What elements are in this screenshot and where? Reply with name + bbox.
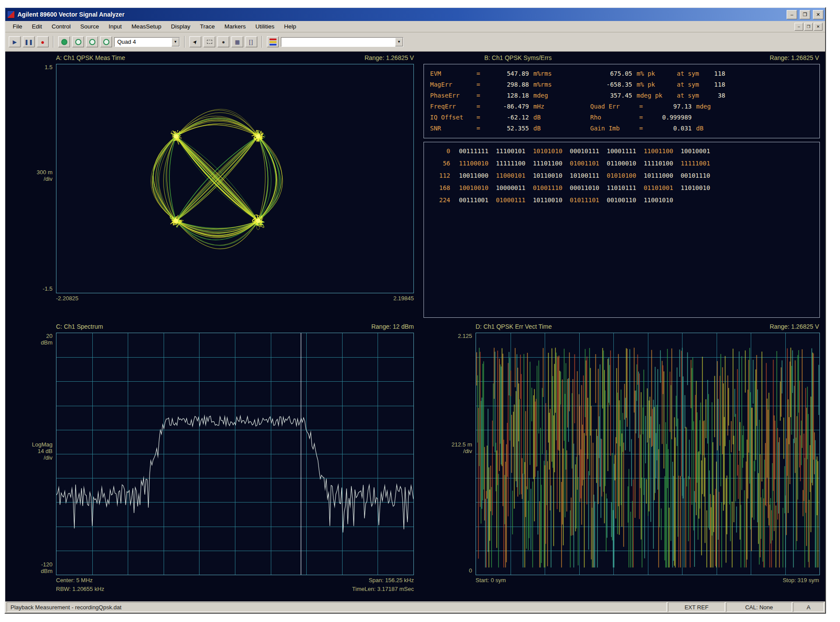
circle-indicator-button-1[interactable]	[58, 36, 70, 47]
app-window: Agilent 89600 Vector Signal Analyzer – ❐…	[4, 7, 826, 614]
pointer-tool-button[interactable]: ➤	[189, 36, 201, 47]
mdi-restore-button[interactable]: ❐	[804, 23, 813, 31]
panel-d-stop: Stop: 319 sym	[783, 577, 819, 583]
symbol-bits-group: 10010001	[681, 148, 710, 155]
window-title: Agilent 89600 Vector Signal Analyzer	[18, 11, 784, 18]
menu-control[interactable]: Control	[47, 21, 76, 32]
play-button[interactable]: ▶	[9, 36, 21, 47]
symbol-row-index: 168	[429, 184, 450, 191]
metric-row-magerr: MagErr=298.88m%rms-658.35m% pkat sym118	[430, 79, 813, 90]
symbol-bits-group: 00111001	[459, 197, 488, 204]
symbol-bits-group: 11110100	[644, 160, 673, 167]
menu-utilities[interactable]: Utilities	[251, 21, 280, 32]
metric-peak-unit: m% pk	[632, 70, 671, 77]
pause-button[interactable]: ❚❚	[23, 36, 35, 47]
symbol-bits-group: 11001100	[644, 148, 673, 155]
metric-right-label: Rho	[590, 114, 639, 121]
bars-icon: []	[249, 39, 254, 45]
symbol-table[interactable]: 0001111111110010110101010000101111000111…	[424, 142, 820, 318]
menu-markers[interactable]: Markers	[220, 21, 251, 32]
pause-icon: ❚❚	[24, 39, 33, 45]
panel-d-range: Range: 1.26825 V	[770, 323, 819, 330]
menu-file[interactable]: File	[8, 21, 27, 32]
maximize-button[interactable]: ❐	[800, 10, 810, 19]
metric-row-freqerr: FreqErr=-86.479mHzQuad Err=97.13mdeg	[430, 101, 813, 112]
menu-meassetup[interactable]: MeasSetup	[126, 21, 166, 32]
symbol-bits-group: 00010111	[570, 148, 599, 155]
panel-c-center: Center: 5 MHz	[56, 577, 93, 583]
symbol-bits-group: 10111000	[644, 172, 673, 179]
panel-d-start: Start: 0 sym	[476, 577, 506, 583]
status-message: Playback Measurement - recordingQpsk.dat	[7, 602, 667, 612]
symbol-bits-group: 11111100	[496, 160, 525, 167]
symbol-bits-group: 00111111	[459, 148, 488, 155]
metric-peak: -658.35	[590, 81, 632, 88]
menu-display[interactable]: Display	[166, 21, 195, 32]
symbol-bits-group: 11001010	[644, 197, 673, 204]
panel-a-y-div: 300 m /div	[7, 169, 52, 182]
color-layers-button[interactable]	[267, 36, 279, 47]
metric-at: at sym	[677, 81, 699, 88]
metric-value: -62.12	[487, 114, 529, 121]
symbol-bits-group: 10011000	[459, 172, 488, 179]
panel-c-scale-type: LogMag	[7, 441, 52, 448]
panel-d-err-vect-time: D: Ch1 QPSK Err Vect Time Range: 1.26825…	[421, 323, 823, 599]
toolbar-separator	[184, 36, 185, 48]
menu-edit[interactable]: Edit	[27, 21, 47, 32]
panel-c-title: C: Ch1 Spectrum	[56, 323, 103, 330]
mdi-minimize-button[interactable]: –	[794, 23, 803, 31]
play-icon: ▶	[13, 39, 17, 45]
panel-c-scale-unit: /div	[7, 454, 52, 461]
metric-label: SNR	[430, 125, 476, 132]
grid-toggle-button[interactable]: ▦	[231, 36, 243, 47]
symbol-bits-group: 01011101	[570, 197, 599, 204]
mdi-close-button[interactable]: ✕	[814, 23, 822, 31]
panel-c-y-bottom-unit: dBm	[7, 568, 52, 574]
menu-source[interactable]: Source	[76, 21, 104, 32]
metric-unit: mdeg	[529, 92, 567, 99]
toolbar-separator	[53, 36, 54, 48]
status-bar: Playback Measurement - recordingQpsk.dat…	[5, 601, 825, 613]
zone-select-button[interactable]	[203, 36, 215, 47]
metric-peak: 675.05	[590, 70, 632, 77]
chevron-down-icon[interactable]: ▼	[395, 38, 403, 46]
error-summary-table[interactable]: EVM=547.89m%rms675.05m% pkat sym118MagEr…	[424, 64, 820, 138]
band-markers-button[interactable]: []	[245, 36, 257, 47]
metric-at: at sym	[677, 70, 699, 77]
chevron-down-icon[interactable]: ▼	[172, 38, 179, 46]
metric-equals: =	[476, 103, 487, 110]
marker-button[interactable]: ●	[217, 36, 229, 47]
menu-trace[interactable]: Trace	[195, 21, 220, 32]
close-button[interactable]: ✕	[813, 10, 823, 19]
constellation-plot[interactable]	[56, 64, 414, 293]
menu-input[interactable]: Input	[104, 21, 126, 32]
metric-equals: =	[476, 81, 487, 88]
panel-d-y-top: 2.125	[427, 333, 472, 339]
panel-d-y-bottom: 0	[427, 567, 472, 574]
panel-c-spectrum: C: Ch1 Spectrum Range: 12 dBm 20 dBm Log…	[7, 323, 418, 599]
menu-help[interactable]: Help	[279, 21, 301, 32]
circle-indicator-button-2[interactable]	[72, 36, 84, 47]
panel-a-y-bottom: -1.5	[7, 285, 52, 292]
error-vector-plot[interactable]	[476, 333, 820, 575]
metric-equals: =	[639, 125, 650, 132]
preset-select[interactable]: ▼	[281, 37, 403, 47]
record-button[interactable]: ●	[37, 36, 49, 47]
circle-indicator-button-4[interactable]	[100, 36, 112, 47]
symbol-bits-group: 00100110	[607, 197, 636, 204]
circle-indicator-button-3[interactable]	[86, 36, 98, 47]
metric-right-value: 0.999989	[650, 114, 692, 121]
symbol-bits-group: 11101100	[533, 160, 562, 167]
green-circle-icon	[103, 39, 109, 45]
metric-value: 547.89	[487, 70, 529, 77]
layout-select[interactable]: Quad 4 ▼	[114, 37, 180, 47]
symbol-row-0: 0001111111110010110101010000101111000111…	[429, 148, 814, 160]
panel-d-y-div-unit: /div	[427, 448, 472, 454]
minimize-button[interactable]: –	[787, 10, 797, 19]
metric-label: IQ Offset	[430, 114, 476, 121]
spectrum-plot[interactable]	[56, 333, 414, 575]
status-cal: CAL: None	[726, 602, 792, 612]
metric-value: 128.18	[487, 92, 529, 99]
symbol-bits-group: 01001101	[570, 160, 599, 167]
symbol-bits-group: 00011010	[570, 184, 599, 191]
